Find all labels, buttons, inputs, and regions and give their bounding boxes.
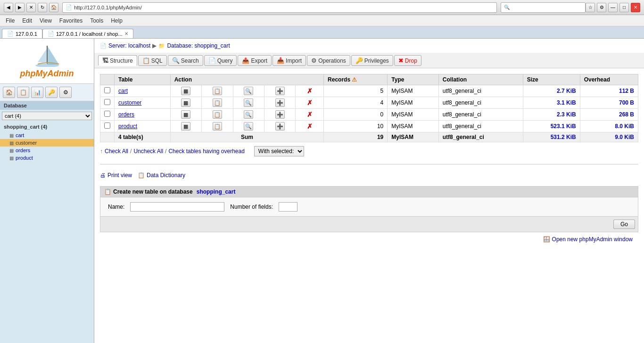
col-overhead: Overhead: [580, 74, 638, 85]
tab-drop[interactable]: ✖ Drop: [394, 55, 421, 66]
insert-btn-product[interactable]: ➕: [275, 122, 285, 131]
search-btn-product[interactable]: 🔍: [244, 122, 253, 131]
table-row: orders ▦ 📋 🔍 ➕ ✗ 0 MyISAM utf8_general_c…: [100, 109, 638, 121]
sum-records: 19: [324, 132, 388, 142]
drop-icon: ✖: [398, 57, 404, 64]
structure-btn-cart[interactable]: 📋: [213, 87, 222, 95]
sidebar-item-orders[interactable]: ▦ orders: [0, 147, 94, 154]
browse-btn-orders[interactable]: ▦: [181, 110, 190, 119]
menu-help[interactable]: Help: [107, 16, 126, 25]
breadcrumb-db-link[interactable]: Database: shopping_cart: [167, 42, 230, 49]
check-all-link[interactable]: Check All: [105, 148, 128, 155]
data-dictionary-link[interactable]: 📋 Data Dictionary: [138, 172, 185, 179]
settings-button[interactable]: ⚙: [597, 3, 606, 12]
menu-favorites[interactable]: Favorites: [56, 16, 86, 25]
structure-btn-product[interactable]: 📋: [213, 122, 222, 131]
row-product-checkbox[interactable]: [104, 122, 110, 129]
maximize-button[interactable]: □: [619, 3, 629, 12]
minimize-button[interactable]: —: [608, 3, 618, 12]
uncheck-all-link[interactable]: Uncheck All: [133, 148, 163, 155]
sidebar-db-dropdown[interactable]: cart (4): [2, 112, 92, 120]
tab-search[interactable]: 🔍 Search: [168, 55, 203, 66]
sum-size: 531.2 KiB: [551, 134, 576, 140]
forward-button[interactable]: ▶: [15, 3, 25, 12]
logo-text: phpMyAdmin: [5, 69, 89, 79]
address-bar[interactable]: 📄 http://127.0.0.1/phpMyAdmin/: [62, 2, 497, 13]
menu-edit[interactable]: Edit: [18, 16, 36, 25]
print-view-icon: 🖨: [100, 172, 106, 179]
sidebar-db-section-label: Database: [0, 101, 94, 110]
sidebar-item-cart-label: cart: [16, 132, 24, 138]
row-cart-name[interactable]: cart: [118, 88, 128, 94]
table-name-input[interactable]: [130, 202, 224, 212]
browse-btn-customer[interactable]: ▦: [181, 98, 190, 107]
sidebar-icon-priv[interactable]: 🔑: [45, 87, 58, 98]
structure-btn-orders[interactable]: 📋: [213, 110, 222, 119]
browse-btn-product[interactable]: ▦: [181, 122, 190, 131]
col-records: Records ⚠: [324, 74, 388, 85]
drop-btn-product[interactable]: ✗: [305, 122, 314, 130]
go-button[interactable]: Go: [613, 220, 635, 229]
insert-btn-customer[interactable]: ➕: [275, 98, 285, 107]
sidebar-icon-sql[interactable]: 📋: [17, 87, 29, 98]
tab-privileges-label: Privileges: [364, 57, 389, 64]
insert-btn-orders[interactable]: ➕: [275, 110, 285, 119]
tab2-close-icon[interactable]: ✕: [124, 31, 128, 36]
stop-button[interactable]: ✕: [26, 3, 36, 12]
structure-btn-customer[interactable]: 📋: [213, 98, 222, 107]
breadcrumb-server-link[interactable]: Server: localhost: [108, 42, 150, 49]
favorites-button[interactable]: ☆: [586, 3, 595, 12]
menu-tools[interactable]: Tools: [86, 16, 107, 25]
search-btn-orders[interactable]: 🔍: [244, 110, 253, 119]
check-overhead-link[interactable]: Check tables having overhead: [168, 148, 244, 155]
sidebar-icon-proc[interactable]: ⚙: [59, 87, 72, 98]
row-customer-name[interactable]: customer: [118, 99, 141, 106]
tab-import[interactable]: 📥 Import: [272, 55, 306, 66]
row-product-name[interactable]: product: [118, 123, 137, 130]
tab-drop-label: Drop: [405, 57, 417, 64]
print-view-link[interactable]: 🖨 Print view: [100, 172, 132, 179]
tab-query[interactable]: 📄 Query: [204, 55, 237, 66]
sidebar-icon-home[interactable]: 🏠: [3, 87, 15, 98]
search-btn-customer[interactable]: 🔍: [244, 98, 253, 107]
tab-structure[interactable]: 🏗 Structure: [98, 55, 137, 66]
fields-count-input[interactable]: [279, 202, 297, 212]
browse-btn-cart[interactable]: ▦: [181, 87, 190, 95]
tab-sql[interactable]: 📋 SQL: [138, 55, 167, 66]
menu-view[interactable]: View: [36, 16, 56, 25]
create-table-section: 📋 Create new table on database shopping_…: [100, 186, 638, 232]
row-product-records: 10: [324, 121, 388, 132]
sidebar-item-customer[interactable]: ▦ customer: [0, 139, 94, 147]
sidebar-logo: phpMyAdmin: [0, 39, 94, 84]
sidebar-item-product[interactable]: ▦ product: [0, 154, 94, 162]
check-sep-1: /: [130, 148, 132, 155]
drop-btn-customer[interactable]: ✗: [305, 99, 314, 106]
svg-marker-0: [47, 46, 59, 65]
insert-btn-cart[interactable]: ➕: [275, 87, 285, 95]
drop-btn-orders[interactable]: ✗: [305, 111, 314, 118]
row-orders-checkbox[interactable]: [104, 111, 110, 117]
tab-export[interactable]: 📤 Export: [238, 55, 272, 66]
sum-row: 4 table(s) Sum 19 MyISAM utf8_general_ci…: [100, 132, 638, 142]
tab-privileges[interactable]: 🔑 Privileges: [351, 55, 393, 66]
sidebar-item-cart[interactable]: ▦ cart: [0, 131, 94, 139]
search-btn-cart[interactable]: 🔍: [244, 87, 253, 95]
with-selected-dropdown[interactable]: With selected: Check Optimize Repair Ana…: [254, 146, 304, 156]
sum-table-count: 4 table(s): [115, 132, 171, 142]
browser-tab-1[interactable]: 📄 127.0.0.1: [2, 29, 42, 38]
create-table-body: Name: Number of fields:: [100, 197, 638, 216]
row-orders-name[interactable]: orders: [118, 111, 134, 118]
home-button[interactable]: 🏠: [49, 3, 58, 12]
close-button[interactable]: ✕: [631, 3, 640, 12]
refresh-button[interactable]: ↻: [38, 3, 47, 12]
open-new-window-link[interactable]: 🪟 Open new phpMyAdmin window: [106, 236, 633, 243]
browser-tab-2[interactable]: 📄 127.0.0.1 / localhost / shop... ✕: [42, 29, 133, 38]
drop-btn-cart[interactable]: ✗: [305, 87, 314, 95]
row-customer-checkbox[interactable]: [104, 99, 110, 105]
menu-file[interactable]: File: [2, 16, 18, 25]
tab-operations[interactable]: ⚙ Operations: [307, 55, 350, 66]
back-button[interactable]: ◀: [4, 3, 13, 12]
browser-search[interactable]: 🔍: [501, 2, 586, 13]
row-cart-checkbox[interactable]: [104, 87, 110, 93]
sidebar-icon-status[interactable]: 📊: [31, 87, 43, 98]
